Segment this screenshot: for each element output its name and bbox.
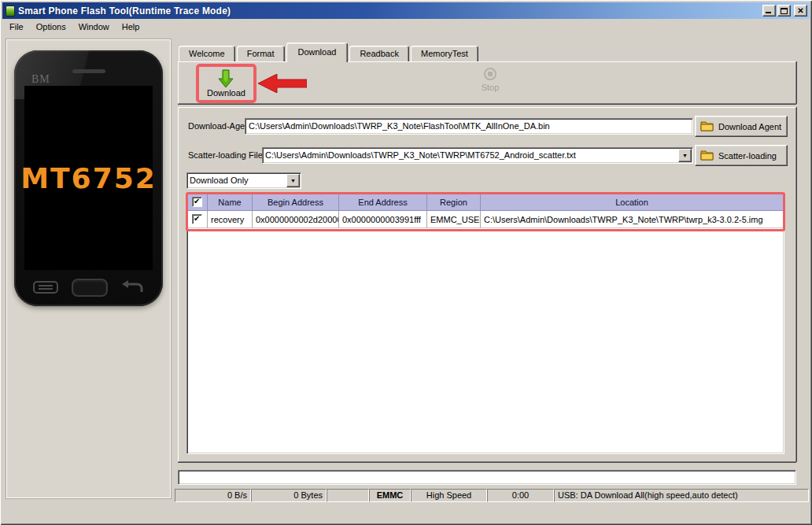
header-select-all-cell[interactable] — [187, 194, 208, 211]
menu-file[interactable]: File — [3, 21, 30, 32]
phone-preview-panel: BM MT6752 — [6, 39, 171, 498]
folder-icon — [700, 121, 714, 131]
download-agent-label: Download-Agent — [188, 121, 252, 131]
mode-dropdown-button[interactable]: ▼ — [286, 174, 300, 187]
row-checkbox-cell[interactable] — [187, 211, 208, 228]
phone-home-button — [72, 279, 108, 297]
scatter-file-label: Scatter-loading File — [188, 150, 263, 160]
phone-brand-label: BM — [31, 73, 50, 86]
phone-model-label: MT6752 — [20, 162, 157, 194]
row-region[interactable]: EMMC_USER — [427, 211, 481, 228]
phone-speaker — [72, 69, 105, 73]
minimize-icon — [766, 12, 771, 13]
menubar: File Options Window Help — [3, 20, 809, 33]
phone-back-icon — [120, 280, 144, 294]
close-button[interactable]: ✕ — [794, 5, 807, 17]
tab-strip: Welcome Format Download Readback MemoryT… — [179, 41, 480, 61]
maximize-button[interactable] — [777, 5, 791, 17]
row-end-address[interactable]: 0x0000000003991fff — [339, 211, 427, 228]
header-end-address: End Address — [339, 194, 427, 211]
status-link-speed: High Speed — [411, 489, 487, 502]
scatter-file-value: C:\Users\Admin\Downloads\TWRP_K3_Note\TW… — [263, 148, 677, 163]
minimize-button[interactable] — [762, 5, 776, 17]
tab-download[interactable]: Download — [286, 43, 349, 62]
scatter-file-combobox[interactable]: C:\Users\Admin\Downloads\TWRP_K3_Note\TW… — [262, 147, 693, 164]
stop-button-label: Stop — [482, 83, 500, 92]
download-agent-button[interactable]: Download Agent — [695, 116, 788, 137]
download-agent-input[interactable]: C:\Users\Admin\Downloads\TWRP_K3_Note\Fl… — [245, 118, 693, 135]
row-checkbox[interactable] — [192, 214, 202, 224]
stop-icon — [484, 68, 496, 80]
download-button[interactable]: Download — [207, 69, 245, 98]
status-time: 0:00 — [487, 489, 554, 502]
partition-listview: Name Begin Address End Address Region Lo… — [186, 193, 784, 454]
status-bar: 0 B/s 0 Bytes EMMC High Speed 0:00 USB: … — [175, 489, 809, 502]
tab-welcome[interactable]: Welcome — [179, 46, 235, 61]
phone-nav-buttons — [33, 277, 144, 298]
download-highlight-annotation: Download — [196, 64, 257, 103]
row-location[interactable]: C:\Users\Admin\Downloads\TWRP_K3_Note\TW… — [481, 211, 784, 228]
status-bytes: 0 Bytes — [251, 489, 327, 502]
table-header-row: Name Begin Address End Address Region Lo… — [187, 194, 784, 211]
download-arrow-icon — [218, 69, 234, 88]
phone-screen: MT6752 — [24, 86, 153, 270]
status-usb-info: USB: DA Download All(high speed,auto det… — [554, 489, 809, 502]
progress-bar — [178, 470, 796, 485]
menu-options[interactable]: Options — [30, 21, 72, 32]
chevron-down-icon: ▼ — [682, 153, 688, 158]
tab-format[interactable]: Format — [237, 46, 285, 61]
tab-readback[interactable]: Readback — [349, 46, 409, 61]
close-icon: ✕ — [797, 6, 803, 15]
annotation-arrow-icon — [258, 74, 307, 93]
titlebar[interactable]: Smart Phone Flash Tool(Runtime Trace Mod… — [2, 2, 810, 19]
download-agent-button-label: Download Agent — [718, 122, 781, 131]
download-button-label: Download — [207, 88, 245, 98]
phone-menu-icon — [33, 281, 58, 294]
header-name: Name — [208, 194, 253, 211]
header-region: Region — [427, 194, 481, 211]
mode-combobox[interactable]: Download Only ▼ — [186, 172, 301, 189]
menu-window[interactable]: Window — [72, 21, 116, 32]
select-all-checkbox[interactable] — [192, 197, 202, 207]
folder-icon — [700, 150, 714, 161]
download-toolbar: Download Stop — [178, 61, 796, 104]
status-storage: EMMC — [369, 489, 411, 502]
download-tab-panel: Download-Agent C:\Users\Admin\Downloads\… — [178, 107, 796, 462]
phone-image: BM MT6752 — [14, 50, 163, 306]
app-icon — [6, 6, 15, 17]
scatter-loading-button[interactable]: Scatter-loading — [695, 145, 788, 166]
chevron-down-icon: ▼ — [290, 178, 296, 183]
menu-help[interactable]: Help — [116, 21, 146, 32]
app-window: Smart Phone Flash Tool(Runtime Trace Mod… — [0, 0, 812, 525]
window-title: Smart Phone Flash Tool(Runtime Trace Mod… — [18, 6, 762, 17]
status-speed: 0 B/s — [175, 489, 251, 502]
header-begin-address: Begin Address — [253, 194, 339, 211]
header-location: Location — [481, 194, 784, 211]
mode-value: Download Only — [187, 173, 286, 188]
row-begin-address[interactable]: 0x0000000002d20000 — [253, 211, 339, 228]
tab-memorytest[interactable]: MemoryTest — [411, 46, 478, 61]
stop-button[interactable]: Stop — [468, 68, 512, 92]
maximize-icon — [781, 8, 788, 14]
row-name[interactable]: recovery — [208, 211, 253, 228]
scatter-file-dropdown-button[interactable]: ▼ — [678, 149, 692, 162]
table-row[interactable]: recovery 0x0000000002d20000 0x0000000003… — [187, 211, 784, 228]
scatter-loading-button-label: Scatter-loading — [718, 151, 777, 161]
status-spare — [327, 489, 369, 502]
